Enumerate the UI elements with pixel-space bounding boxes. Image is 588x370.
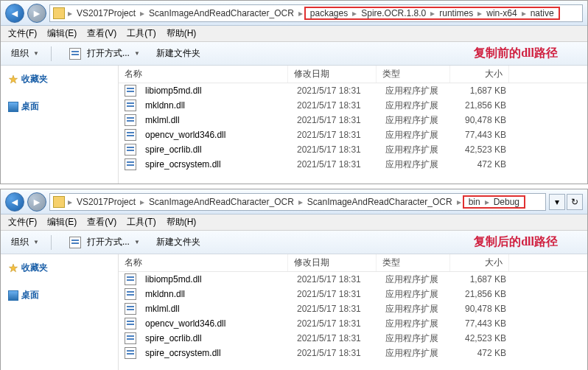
separator bbox=[51, 235, 52, 250]
col-type[interactable]: 类型 bbox=[377, 254, 450, 271]
breadcrumb-item[interactable]: runtimes bbox=[436, 8, 476, 18]
sidebar-desktop[interactable]: 桌面 bbox=[5, 97, 113, 116]
chevron-right-icon: ▸ bbox=[455, 197, 463, 207]
table-row[interactable]: opencv_world346.dll2021/5/17 18:31应用程序扩展… bbox=[119, 128, 587, 142]
table-row[interactable]: mklml.dll2021/5/17 18:31应用程序扩展90,478 KB bbox=[119, 301, 587, 316]
forward-button[interactable]: ► bbox=[27, 4, 46, 23]
file-name: spire_ocrsystem.dll bbox=[139, 159, 291, 170]
folder-icon bbox=[53, 7, 65, 19]
dll-file-icon bbox=[125, 100, 136, 111]
file-date: 2021/5/17 18:31 bbox=[291, 144, 379, 155]
new-folder-button[interactable]: 新建文件夹 bbox=[152, 46, 205, 61]
chevron-right-icon: ▸ bbox=[483, 197, 491, 207]
refresh-button[interactable]: ↻ bbox=[567, 194, 583, 210]
sidebar-favorites[interactable]: 收藏夹 bbox=[5, 70, 113, 88]
file-size: 90,478 KB bbox=[453, 304, 512, 314]
organize-button[interactable]: 组织▼ bbox=[7, 46, 43, 61]
table-row[interactable]: spire_ocrsystem.dll2021/5/17 18:31应用程序扩展… bbox=[119, 346, 587, 360]
col-type[interactable]: 类型 bbox=[377, 66, 450, 83]
col-date[interactable]: 修改日期 bbox=[288, 254, 377, 271]
file-date: 2021/5/17 18:31 bbox=[291, 100, 379, 111]
col-date[interactable]: 修改日期 bbox=[288, 66, 377, 83]
breadcrumb[interactable]: ▸ VS2017Project ▸ ScanImageAndReadCharac… bbox=[49, 4, 583, 22]
back-button[interactable]: ◄ bbox=[5, 192, 24, 212]
file-date: 2021/5/17 18:31 bbox=[291, 274, 379, 285]
col-size[interactable]: 大小 bbox=[450, 66, 509, 83]
breadcrumb-item[interactable]: ScanImageAndReadCharacter_OCR bbox=[146, 8, 297, 18]
dll-file-icon bbox=[125, 332, 136, 344]
star-icon bbox=[8, 74, 18, 85]
breadcrumb-item[interactable]: win-x64 bbox=[483, 8, 519, 18]
breadcrumb-item[interactable]: packages bbox=[307, 8, 351, 18]
file-date: 2021/5/17 18:31 bbox=[291, 159, 379, 170]
breadcrumb[interactable]: ▸ VS2017Project ▸ ScanImageAndReadCharac… bbox=[49, 193, 546, 211]
breadcrumb-item[interactable]: Spire.OCR.1.8.0 bbox=[358, 8, 429, 18]
table-row[interactable]: libiomp5md.dll2021/5/17 18:31应用程序扩展1,687… bbox=[119, 272, 587, 287]
dll-file-icon bbox=[125, 273, 136, 285]
table-row[interactable]: spire_ocrlib.dll2021/5/17 18:31应用程序扩展42,… bbox=[119, 142, 587, 157]
chevron-right-icon: ▸ bbox=[429, 8, 436, 18]
breadcrumb-item[interactable]: Debug bbox=[491, 197, 522, 207]
table-row[interactable]: mklml.dll2021/5/17 18:31应用程序扩展90,478 KB bbox=[119, 113, 587, 128]
breadcrumb-item[interactable]: bin bbox=[466, 197, 483, 207]
breadcrumb-item[interactable]: ScanImageAndReadCharacter_OCR bbox=[146, 197, 297, 207]
file-type: 应用程序扩展 bbox=[379, 100, 453, 112]
table-row[interactable]: opencv_world346.dll2021/5/17 18:31应用程序扩展… bbox=[119, 316, 587, 331]
table-row[interactable]: libiomp5md.dll2021/5/17 18:31应用程序扩展1,687… bbox=[119, 83, 587, 98]
menu-tools[interactable]: 工具(T) bbox=[122, 26, 160, 41]
table-row[interactable]: spire_ocrlib.dll2021/5/17 18:31应用程序扩展42,… bbox=[119, 331, 587, 346]
file-type: 应用程序扩展 bbox=[379, 114, 453, 127]
menu-help[interactable]: 帮助(H) bbox=[162, 214, 201, 230]
dll-file-icon bbox=[125, 318, 136, 329]
new-folder-button[interactable]: 新建文件夹 bbox=[152, 234, 205, 250]
dll-file-icon bbox=[125, 114, 136, 126]
menu-edit[interactable]: 编辑(E) bbox=[43, 214, 81, 230]
menu-view[interactable]: 查看(V) bbox=[83, 214, 121, 230]
breadcrumb-item[interactable]: ScanImageAndReadCharacter_OCR bbox=[304, 197, 455, 207]
file-size: 42,523 KB bbox=[453, 333, 512, 343]
open-with-button[interactable]: 打开方式...▼ bbox=[59, 46, 144, 61]
chevron-right-icon: ▸ bbox=[66, 197, 74, 207]
dll-file-icon bbox=[125, 347, 136, 359]
file-type: 应用程序扩展 bbox=[379, 288, 453, 301]
open-with-button[interactable]: 打开方式...▼ bbox=[59, 234, 144, 250]
col-size[interactable]: 大小 bbox=[450, 254, 509, 271]
menu-edit[interactable]: 编辑(E) bbox=[43, 26, 81, 41]
back-button[interactable]: ◄ bbox=[5, 4, 24, 23]
sidebar-label: 桌面 bbox=[21, 100, 39, 113]
breadcrumb-item[interactable]: VS2017Project bbox=[74, 197, 139, 207]
menu-file[interactable]: 文件(F) bbox=[4, 26, 41, 41]
file-list: 名称 修改日期 类型 大小 libiomp5md.dll2021/5/17 18… bbox=[119, 254, 587, 370]
sidebar: 收藏夹 桌面 bbox=[1, 66, 119, 184]
toolbar: 组织▼ 打开方式...▼ 新建文件夹 复制后的dll路径 bbox=[1, 231, 587, 254]
col-name[interactable]: 名称 bbox=[119, 66, 288, 83]
chevron-right-icon: ▸ bbox=[139, 8, 146, 18]
dll-file-icon bbox=[125, 129, 136, 141]
table-row[interactable]: mkldnn.dll2021/5/17 18:31应用程序扩展21,856 KB bbox=[119, 98, 587, 113]
file-size: 77,443 KB bbox=[453, 130, 512, 140]
forward-button[interactable]: ► bbox=[27, 192, 46, 212]
breadcrumb-item[interactable]: native bbox=[528, 8, 557, 18]
breadcrumb-item[interactable]: VS2017Project bbox=[74, 8, 139, 18]
menu-view[interactable]: 查看(V) bbox=[83, 26, 121, 41]
breadcrumb-highlight: packages ▸ Spire.OCR.1.8.0 ▸ runtimes ▸ … bbox=[304, 7, 560, 20]
app-icon bbox=[69, 237, 81, 248]
col-name[interactable]: 名称 bbox=[119, 254, 288, 271]
desktop-icon bbox=[8, 290, 18, 301]
file-type: 应用程序扩展 bbox=[379, 158, 453, 171]
menu-help[interactable]: 帮助(H) bbox=[162, 26, 201, 41]
file-date: 2021/5/17 18:31 bbox=[291, 85, 379, 96]
table-row[interactable]: spire_ocrsystem.dll2021/5/17 18:31应用程序扩展… bbox=[119, 157, 587, 172]
sidebar-favorites[interactable]: 收藏夹 bbox=[5, 259, 113, 277]
file-size: 1,687 KB bbox=[453, 85, 512, 96]
sidebar-desktop[interactable]: 桌面 bbox=[5, 286, 113, 304]
dropdown-button[interactable]: ▾ bbox=[549, 194, 565, 210]
file-list: 名称 修改日期 类型 大小 libiomp5md.dll2021/5/17 18… bbox=[119, 66, 587, 184]
chevron-down-icon: ▼ bbox=[33, 239, 39, 245]
menu-file[interactable]: 文件(F) bbox=[4, 214, 41, 230]
menu-tools[interactable]: 工具(T) bbox=[122, 214, 160, 230]
file-name: spire_ocrlib.dll bbox=[139, 144, 291, 155]
table-row[interactable]: mkldnn.dll2021/5/17 18:31应用程序扩展21,856 KB bbox=[119, 287, 587, 301]
address-bar: ◄ ► ▸ VS2017Project ▸ ScanImageAndReadCh… bbox=[1, 189, 587, 214]
organize-button[interactable]: 组织▼ bbox=[7, 234, 43, 250]
